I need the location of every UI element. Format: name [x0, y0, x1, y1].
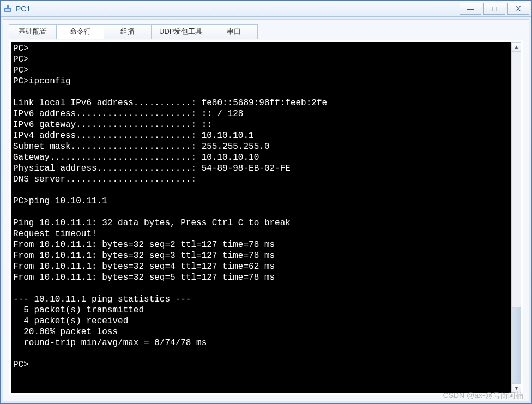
scroll-up-button[interactable]: ▲: [512, 42, 521, 52]
terminal-output[interactable]: PC> PC> PC> PC>ipconfig Link local IPv6 …: [11, 42, 511, 393]
svg-rect-2: [7, 5, 9, 8]
window-controls: — □ X: [460, 3, 529, 15]
scroll-track[interactable]: [512, 52, 521, 383]
tab-command-line[interactable]: 命令行: [56, 24, 104, 39]
minimize-button[interactable]: —: [460, 3, 481, 15]
app-icon: [3, 4, 13, 14]
titlebar[interactable]: PC1 — □ X: [1, 1, 531, 17]
window: PC1 — □ X 基础配置 命令行 组播 UDP发包工具 串口 PC> PC>…: [0, 0, 532, 404]
tab-udp-tool[interactable]: UDP发包工具: [151, 24, 210, 39]
scrollbar[interactable]: ▲ ▼: [511, 42, 521, 393]
tab-bar: 基础配置 命令行 组播 UDP发包工具 串口: [9, 24, 523, 40]
scroll-down-button[interactable]: ▼: [512, 383, 521, 393]
maximize-button[interactable]: □: [483, 3, 505, 15]
window-title: PC1: [16, 4, 460, 13]
terminal-wrapper: PC> PC> PC> PC>ipconfig Link local IPv6 …: [9, 40, 523, 395]
tab-multicast[interactable]: 组播: [104, 24, 152, 39]
scroll-thumb[interactable]: [512, 307, 521, 383]
close-button[interactable]: X: [507, 3, 529, 15]
content-area: 基础配置 命令行 组播 UDP发包工具 串口 PC> PC> PC> PC>ip…: [3, 19, 529, 401]
tab-serial[interactable]: 串口: [210, 24, 258, 39]
tab-basic-config[interactable]: 基础配置: [9, 24, 57, 39]
svg-rect-1: [5, 9, 10, 11]
